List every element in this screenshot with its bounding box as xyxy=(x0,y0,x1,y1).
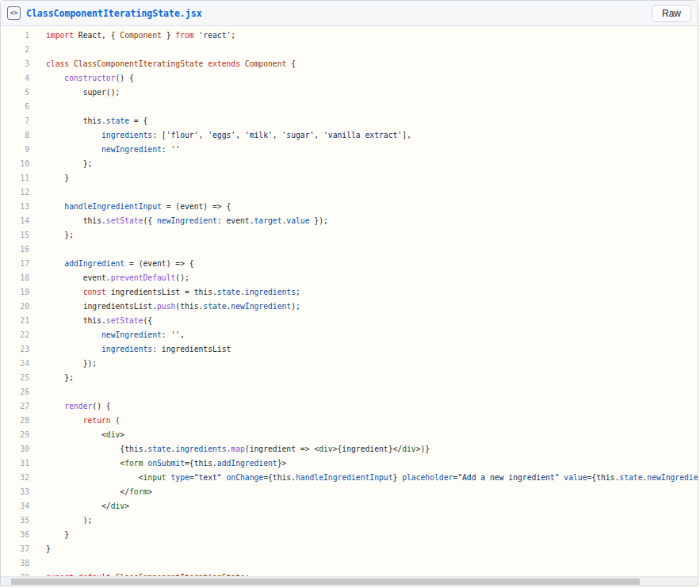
code-row: 34 </div> xyxy=(1,499,698,514)
line-number[interactable]: 1 xyxy=(1,29,29,43)
file-name[interactable]: ClassComponentIteratingState.jsx xyxy=(26,8,202,19)
code-token: state xyxy=(106,116,129,125)
code-row: 18 event.preventDefault(); xyxy=(1,271,698,285)
code-file-icon: <> xyxy=(7,6,21,20)
code-token: > xyxy=(124,502,129,510)
line-number[interactable]: 37 xyxy=(1,542,29,556)
code-line xyxy=(29,100,46,114)
code-token: >)} xyxy=(416,445,430,453)
code-token: div xyxy=(402,445,416,453)
code-line: handleIngredientInput = (event) => { xyxy=(29,200,231,214)
line-number[interactable]: 17 xyxy=(1,257,29,271)
code-token: handleIngredientInput xyxy=(64,202,161,211)
code-row: 9 newIngredient: '' xyxy=(1,143,698,157)
code-token: }); xyxy=(46,359,97,368)
code-token: , xyxy=(314,131,323,139)
line-number[interactable]: 28 xyxy=(1,414,29,428)
raw-button[interactable]: Raw xyxy=(652,5,691,22)
code-token: preventDefault xyxy=(111,273,176,282)
code-token: this. xyxy=(46,216,106,225)
code-line: newIngredient: '' xyxy=(29,143,180,157)
code-token: ; xyxy=(296,288,300,296)
line-number[interactable]: 36 xyxy=(1,528,29,542)
line-number[interactable]: 33 xyxy=(1,485,29,499)
code-line xyxy=(29,385,46,399)
code-row: 7 this.state = { xyxy=(1,114,698,128)
line-number[interactable]: 15 xyxy=(1,228,29,242)
code-token: "text" xyxy=(194,473,222,482)
line-number[interactable]: 26 xyxy=(1,385,29,399)
line-number[interactable]: 35 xyxy=(1,514,29,528)
line-number[interactable]: 18 xyxy=(1,271,29,285)
code-token: newIngredient xyxy=(101,330,162,339)
line-number[interactable]: 16 xyxy=(1,242,29,257)
code-row: 12 xyxy=(1,185,698,200)
line-number[interactable]: 22 xyxy=(1,328,29,342)
line-number[interactable]: 11 xyxy=(1,171,29,185)
line-number[interactable]: 31 xyxy=(1,456,29,471)
line-number[interactable]: 7 xyxy=(1,114,29,128)
line-number[interactable]: 6 xyxy=(1,100,29,114)
code-token: placeholder xyxy=(402,473,453,482)
code-line: event.preventDefault(); xyxy=(29,271,189,285)
code-token xyxy=(46,416,83,425)
line-number[interactable]: 2 xyxy=(1,43,29,57)
code-token: this. xyxy=(46,116,106,125)
code-line xyxy=(29,185,46,200)
line-number[interactable]: 34 xyxy=(1,499,29,514)
code-token: ingredientsList = this. xyxy=(106,288,217,296)
line-number[interactable]: 5 xyxy=(1,86,29,100)
line-number[interactable]: 24 xyxy=(1,357,29,371)
code-line: constructor() { xyxy=(29,71,134,86)
code-token xyxy=(46,330,101,339)
code-token: '' xyxy=(171,330,181,339)
code-row: 28 return ( xyxy=(1,414,698,428)
scrollbar-thumb[interactable] xyxy=(11,578,640,585)
code-token: ], xyxy=(402,131,411,139)
code-token: '' xyxy=(171,145,181,154)
code-token: div xyxy=(111,502,125,510)
line-number[interactable]: 3 xyxy=(1,57,29,71)
line-number[interactable]: 23 xyxy=(1,342,29,357)
line-number[interactable]: 14 xyxy=(1,214,29,228)
line-number[interactable]: 9 xyxy=(1,143,29,157)
line-number[interactable]: 19 xyxy=(1,285,29,300)
code-token: {this. xyxy=(46,445,147,453)
line-number[interactable]: 32 xyxy=(1,471,29,485)
code-token: , xyxy=(198,131,208,139)
code-token: (); xyxy=(175,273,189,282)
line-number[interactable]: 4 xyxy=(1,71,29,86)
line-number[interactable]: 39 xyxy=(1,571,29,576)
code-row: 27 render() { xyxy=(1,399,698,414)
file-viewer: <> ClassComponentIteratingState.jsx Raw … xyxy=(0,0,698,586)
code-line: <div> xyxy=(29,428,124,442)
code-row: 33 </form> xyxy=(1,485,698,499)
line-number[interactable]: 13 xyxy=(1,200,29,214)
code-row: 13 handleIngredientInput = (event) => { xyxy=(1,200,698,214)
line-number[interactable]: 38 xyxy=(1,556,29,571)
code-line: <input type="text" onChange={this.handle… xyxy=(29,471,698,485)
code-token: ={this. xyxy=(587,473,620,482)
code-token: input xyxy=(143,473,166,482)
code-line xyxy=(29,242,46,257)
line-number[interactable]: 8 xyxy=(1,128,29,143)
code-token: > xyxy=(147,487,152,496)
line-number[interactable]: 12 xyxy=(1,185,29,200)
line-number[interactable]: 21 xyxy=(1,314,29,328)
code-token: () { xyxy=(116,74,134,82)
horizontal-scrollbar[interactable] xyxy=(1,576,698,586)
line-number[interactable]: 10 xyxy=(1,157,29,171)
code-token: state xyxy=(203,302,226,311)
code-token: (this. xyxy=(175,302,203,311)
line-number[interactable]: 30 xyxy=(1,442,29,456)
code-line xyxy=(29,556,46,571)
code-line: return ( xyxy=(29,414,120,428)
line-number[interactable]: 25 xyxy=(1,371,29,385)
code-token: < xyxy=(46,459,124,468)
code-line: ingredients: ['flour', 'eggs', 'milk', '… xyxy=(29,128,411,143)
code-token: (ingredient => < xyxy=(245,445,319,453)
line-number[interactable]: 27 xyxy=(1,399,29,414)
code-token: ( xyxy=(111,416,120,425)
line-number[interactable]: 20 xyxy=(1,300,29,314)
line-number[interactable]: 29 xyxy=(1,428,29,442)
